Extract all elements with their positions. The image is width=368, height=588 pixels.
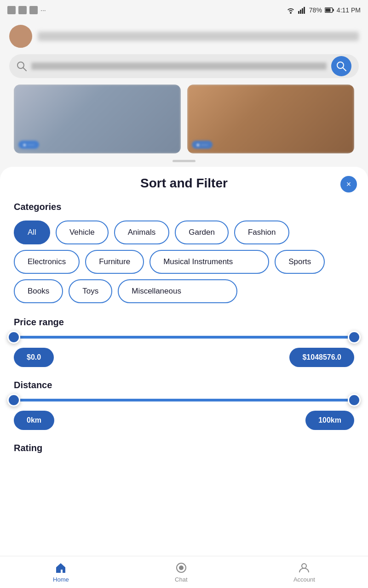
search-button[interactable] <box>331 56 351 76</box>
battery-text: 78% <box>309 6 322 14</box>
category-books[interactable]: Books <box>14 279 63 303</box>
search-icon <box>17 61 27 71</box>
category-toys[interactable]: Toys <box>69 279 112 303</box>
svg-rect-3 <box>304 7 305 14</box>
category-furniture[interactable]: Furniture <box>85 250 144 274</box>
distance-range-labels: 0km 100km <box>14 411 354 430</box>
nav-home[interactable]: Home <box>53 561 69 583</box>
nav-account-label: Account <box>293 576 315 583</box>
search-bar[interactable] <box>9 54 359 78</box>
distance-range-track[interactable] <box>14 399 354 401</box>
categories-label: Categories <box>14 202 354 212</box>
category-garden[interactable]: Garden <box>175 220 229 244</box>
price-range-fill <box>14 336 354 339</box>
card-1-badge: ● ····· <box>18 141 39 149</box>
category-electronics[interactable]: Electronics <box>14 250 80 274</box>
status-dots: ··· <box>40 6 46 14</box>
filter-modal: Sort and Filter × Categories All Vehicle… <box>0 167 368 557</box>
category-miscellaneous[interactable]: Miscellaneous <box>118 279 237 303</box>
svg-line-12 <box>343 68 346 71</box>
distance-min-thumb[interactable] <box>7 394 20 407</box>
card-2: ● ····· <box>187 85 354 153</box>
bg-top: ● ····· ● ····· <box>0 20 368 167</box>
category-all[interactable]: All <box>14 220 50 244</box>
svg-point-14 <box>179 565 184 570</box>
distance-min-label: 0km <box>14 411 54 430</box>
avatar <box>9 25 32 48</box>
category-musical-instruments[interactable]: Musical Instruments <box>150 250 269 274</box>
price-max-thumb[interactable] <box>348 331 361 344</box>
status-bar: ··· 78% 4:11 PM <box>0 0 368 20</box>
status-left: ··· <box>7 6 46 14</box>
time-display: 4:11 PM <box>337 6 361 14</box>
profile-row <box>9 25 359 48</box>
distance-max-label: 100km <box>305 411 354 430</box>
rating-label: Rating <box>14 443 354 453</box>
categories-grid: All Vehicle Animals Garden Fashion Elect… <box>14 220 354 303</box>
svg-point-8 <box>13 39 28 48</box>
nav-chat[interactable]: Chat <box>175 561 188 583</box>
wifi-icon <box>286 6 295 14</box>
notification-icon <box>7 6 16 14</box>
bottom-nav: Home Chat Account <box>0 556 368 588</box>
search-input[interactable] <box>31 62 327 70</box>
distance-max-thumb[interactable] <box>348 394 361 407</box>
nav-account[interactable]: Account <box>293 561 315 583</box>
distance-label: Distance <box>14 380 354 390</box>
category-fashion[interactable]: Fashion <box>234 220 289 244</box>
svg-line-10 <box>23 68 26 71</box>
price-range-labels: $0.0 $1048576.0 <box>14 348 354 367</box>
nav-home-label: Home <box>53 576 69 583</box>
category-sports[interactable]: Sports <box>275 250 325 274</box>
card-2-badge: ● ····· <box>192 141 213 149</box>
svg-rect-6 <box>325 9 330 12</box>
svg-point-15 <box>302 564 306 568</box>
svg-rect-1 <box>300 10 301 14</box>
rating-section: Rating <box>14 443 354 453</box>
home-icon <box>54 561 67 574</box>
svg-rect-0 <box>298 11 299 14</box>
price-range-section: Price range $0.0 $1048576.0 <box>14 317 354 367</box>
warning-icon <box>18 6 27 14</box>
svg-rect-2 <box>302 8 303 14</box>
close-button[interactable]: × <box>340 176 357 192</box>
category-vehicle[interactable]: Vehicle <box>56 220 109 244</box>
card-1: ● ····· <box>14 85 181 153</box>
svg-rect-5 <box>333 9 334 11</box>
svg-point-7 <box>16 28 25 38</box>
account-icon <box>298 561 310 574</box>
image-icon <box>29 6 38 14</box>
price-max-label: $1048576.0 <box>289 348 354 367</box>
price-range-track[interactable] <box>14 336 354 339</box>
category-animals[interactable]: Animals <box>114 220 169 244</box>
price-range-label: Price range <box>14 317 354 328</box>
card-row: ● ····· ● ····· <box>9 85 359 153</box>
nav-chat-label: Chat <box>175 576 187 583</box>
modal-title: Sort and Filter <box>14 176 354 191</box>
drag-handle[interactable] <box>172 160 196 162</box>
price-min-thumb[interactable] <box>7 331 20 344</box>
chat-icon <box>175 561 188 574</box>
battery-icon <box>325 7 334 13</box>
signal-icon <box>298 6 306 14</box>
price-min-label: $0.0 <box>14 348 54 367</box>
distance-range-fill <box>14 399 354 401</box>
profile-name <box>38 32 359 41</box>
status-right: 78% 4:11 PM <box>286 6 361 14</box>
distance-section: Distance 0km 100km <box>14 380 354 430</box>
